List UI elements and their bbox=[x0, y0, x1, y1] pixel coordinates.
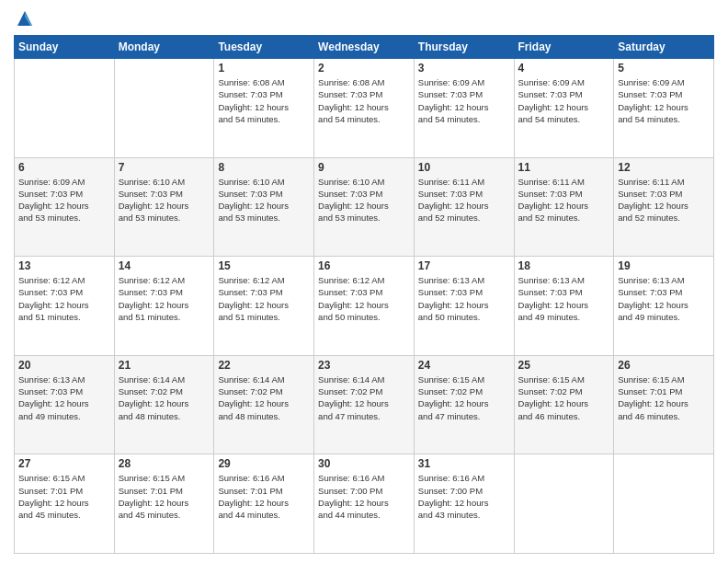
calendar-day-header: Tuesday bbox=[214, 36, 314, 59]
calendar-week-row: 20Sunrise: 6:13 AM Sunset: 7:03 PM Dayli… bbox=[15, 355, 714, 454]
day-number: 11 bbox=[518, 161, 610, 174]
day-info: Sunrise: 6:13 AM Sunset: 7:03 PM Dayligh… bbox=[618, 274, 710, 323]
calendar-cell: 2Sunrise: 6:08 AM Sunset: 7:03 PM Daylig… bbox=[314, 59, 415, 158]
day-number: 27 bbox=[18, 457, 110, 470]
calendar-cell: 1Sunrise: 6:08 AM Sunset: 7:03 PM Daylig… bbox=[214, 59, 314, 158]
day-number: 13 bbox=[18, 259, 110, 272]
calendar-cell: 23Sunrise: 6:14 AM Sunset: 7:02 PM Dayli… bbox=[314, 355, 415, 454]
calendar-day-header: Wednesday bbox=[314, 36, 415, 59]
calendar-cell bbox=[15, 59, 115, 158]
day-info: Sunrise: 6:14 AM Sunset: 7:02 PM Dayligh… bbox=[119, 373, 210, 422]
calendar-cell: 30Sunrise: 6:16 AM Sunset: 7:00 PM Dayli… bbox=[314, 454, 415, 554]
calendar-cell: 31Sunrise: 6:16 AM Sunset: 7:00 PM Dayli… bbox=[414, 454, 514, 554]
calendar-cell: 8Sunrise: 6:10 AM Sunset: 7:03 PM Daylig… bbox=[214, 157, 314, 257]
day-info: Sunrise: 6:12 AM Sunset: 7:03 PM Dayligh… bbox=[318, 274, 410, 323]
day-info: Sunrise: 6:14 AM Sunset: 7:02 PM Dayligh… bbox=[318, 373, 410, 422]
day-info: Sunrise: 6:11 AM Sunset: 7:03 PM Dayligh… bbox=[518, 176, 610, 224]
day-info: Sunrise: 6:14 AM Sunset: 7:02 PM Dayligh… bbox=[218, 373, 310, 422]
day-info: Sunrise: 6:16 AM Sunset: 7:00 PM Dayligh… bbox=[418, 472, 510, 521]
day-info: Sunrise: 6:11 AM Sunset: 7:03 PM Dayligh… bbox=[618, 176, 710, 224]
calendar-week-row: 27Sunrise: 6:15 AM Sunset: 7:01 PM Dayli… bbox=[15, 454, 714, 554]
logo bbox=[14, 9, 34, 28]
day-number: 20 bbox=[18, 359, 110, 372]
day-info: Sunrise: 6:15 AM Sunset: 7:01 PM Dayligh… bbox=[119, 472, 210, 521]
calendar-cell: 16Sunrise: 6:12 AM Sunset: 7:03 PM Dayli… bbox=[314, 257, 415, 356]
day-info: Sunrise: 6:09 AM Sunset: 7:03 PM Dayligh… bbox=[618, 76, 710, 125]
calendar-cell: 15Sunrise: 6:12 AM Sunset: 7:03 PM Dayli… bbox=[214, 257, 314, 356]
calendar-cell: 26Sunrise: 6:15 AM Sunset: 7:01 PM Dayli… bbox=[614, 355, 714, 454]
calendar-cell bbox=[514, 454, 614, 554]
logo-icon bbox=[16, 9, 34, 28]
calendar-cell: 5Sunrise: 6:09 AM Sunset: 7:03 PM Daylig… bbox=[614, 59, 714, 158]
calendar-cell bbox=[614, 454, 714, 554]
calendar-cell: 6Sunrise: 6:09 AM Sunset: 7:03 PM Daylig… bbox=[15, 157, 115, 257]
day-info: Sunrise: 6:08 AM Sunset: 7:03 PM Dayligh… bbox=[318, 76, 410, 125]
day-number: 7 bbox=[119, 161, 210, 174]
day-number: 21 bbox=[119, 359, 210, 372]
day-number: 23 bbox=[318, 359, 410, 372]
calendar-cell: 22Sunrise: 6:14 AM Sunset: 7:02 PM Dayli… bbox=[214, 355, 314, 454]
day-info: Sunrise: 6:12 AM Sunset: 7:03 PM Dayligh… bbox=[18, 274, 110, 323]
calendar-cell: 11Sunrise: 6:11 AM Sunset: 7:03 PM Dayli… bbox=[514, 157, 614, 257]
day-info: Sunrise: 6:15 AM Sunset: 7:01 PM Dayligh… bbox=[18, 472, 110, 521]
calendar-cell bbox=[114, 59, 214, 158]
calendar-week-row: 6Sunrise: 6:09 AM Sunset: 7:03 PM Daylig… bbox=[15, 157, 714, 257]
day-number: 29 bbox=[218, 457, 310, 470]
day-number: 28 bbox=[119, 457, 210, 470]
calendar-cell: 29Sunrise: 6:16 AM Sunset: 7:01 PM Dayli… bbox=[214, 454, 314, 554]
calendar-day-header: Saturday bbox=[614, 36, 714, 59]
calendar-cell: 28Sunrise: 6:15 AM Sunset: 7:01 PM Dayli… bbox=[114, 454, 214, 554]
calendar-cell: 3Sunrise: 6:09 AM Sunset: 7:03 PM Daylig… bbox=[414, 59, 514, 158]
day-info: Sunrise: 6:12 AM Sunset: 7:03 PM Dayligh… bbox=[218, 274, 310, 323]
day-info: Sunrise: 6:13 AM Sunset: 7:03 PM Dayligh… bbox=[418, 274, 510, 323]
calendar-cell: 12Sunrise: 6:11 AM Sunset: 7:03 PM Dayli… bbox=[614, 157, 714, 257]
day-info: Sunrise: 6:10 AM Sunset: 7:03 PM Dayligh… bbox=[119, 176, 210, 224]
calendar-cell: 18Sunrise: 6:13 AM Sunset: 7:03 PM Dayli… bbox=[514, 257, 614, 356]
calendar-cell: 20Sunrise: 6:13 AM Sunset: 7:03 PM Dayli… bbox=[15, 355, 115, 454]
day-info: Sunrise: 6:15 AM Sunset: 7:01 PM Dayligh… bbox=[618, 373, 710, 422]
day-info: Sunrise: 6:13 AM Sunset: 7:03 PM Dayligh… bbox=[18, 373, 110, 422]
day-number: 31 bbox=[418, 457, 510, 470]
day-number: 24 bbox=[418, 359, 510, 372]
day-number: 14 bbox=[119, 259, 210, 272]
day-number: 16 bbox=[318, 259, 410, 272]
calendar-day-header: Monday bbox=[114, 36, 214, 59]
day-info: Sunrise: 6:16 AM Sunset: 7:00 PM Dayligh… bbox=[318, 472, 410, 521]
day-number: 26 bbox=[618, 359, 710, 372]
day-info: Sunrise: 6:08 AM Sunset: 7:03 PM Dayligh… bbox=[218, 76, 310, 125]
day-number: 5 bbox=[618, 62, 710, 75]
calendar-header-row: SundayMondayTuesdayWednesdayThursdayFrid… bbox=[15, 36, 714, 59]
calendar-cell: 25Sunrise: 6:15 AM Sunset: 7:02 PM Dayli… bbox=[514, 355, 614, 454]
day-number: 2 bbox=[318, 62, 410, 75]
day-number: 3 bbox=[418, 62, 510, 75]
day-info: Sunrise: 6:09 AM Sunset: 7:03 PM Dayligh… bbox=[518, 76, 610, 125]
day-info: Sunrise: 6:09 AM Sunset: 7:03 PM Dayligh… bbox=[18, 176, 110, 224]
calendar-day-header: Friday bbox=[514, 36, 614, 59]
day-number: 22 bbox=[218, 359, 310, 372]
header bbox=[14, 9, 714, 28]
day-number: 19 bbox=[618, 259, 710, 272]
day-number: 1 bbox=[218, 62, 310, 75]
calendar-cell: 19Sunrise: 6:13 AM Sunset: 7:03 PM Dayli… bbox=[614, 257, 714, 356]
day-number: 6 bbox=[18, 161, 110, 174]
calendar-cell: 10Sunrise: 6:11 AM Sunset: 7:03 PM Dayli… bbox=[414, 157, 514, 257]
day-number: 12 bbox=[618, 161, 710, 174]
calendar-day-header: Sunday bbox=[15, 36, 115, 59]
day-info: Sunrise: 6:12 AM Sunset: 7:03 PM Dayligh… bbox=[119, 274, 210, 323]
page: SundayMondayTuesdayWednesdayThursdayFrid… bbox=[0, 0, 728, 563]
calendar-cell: 4Sunrise: 6:09 AM Sunset: 7:03 PM Daylig… bbox=[514, 59, 614, 158]
calendar-cell: 17Sunrise: 6:13 AM Sunset: 7:03 PM Dayli… bbox=[414, 257, 514, 356]
day-number: 17 bbox=[418, 259, 510, 272]
day-info: Sunrise: 6:10 AM Sunset: 7:03 PM Dayligh… bbox=[218, 176, 310, 224]
calendar-cell: 7Sunrise: 6:10 AM Sunset: 7:03 PM Daylig… bbox=[114, 157, 214, 257]
day-info: Sunrise: 6:09 AM Sunset: 7:03 PM Dayligh… bbox=[418, 76, 510, 125]
day-number: 30 bbox=[318, 457, 410, 470]
day-number: 4 bbox=[518, 62, 610, 75]
day-info: Sunrise: 6:15 AM Sunset: 7:02 PM Dayligh… bbox=[418, 373, 510, 422]
day-number: 8 bbox=[218, 161, 310, 174]
calendar-cell: 9Sunrise: 6:10 AM Sunset: 7:03 PM Daylig… bbox=[314, 157, 415, 257]
day-info: Sunrise: 6:15 AM Sunset: 7:02 PM Dayligh… bbox=[518, 373, 610, 422]
day-number: 10 bbox=[418, 161, 510, 174]
day-info: Sunrise: 6:16 AM Sunset: 7:01 PM Dayligh… bbox=[218, 472, 310, 521]
calendar-week-row: 1Sunrise: 6:08 AM Sunset: 7:03 PM Daylig… bbox=[15, 59, 714, 158]
